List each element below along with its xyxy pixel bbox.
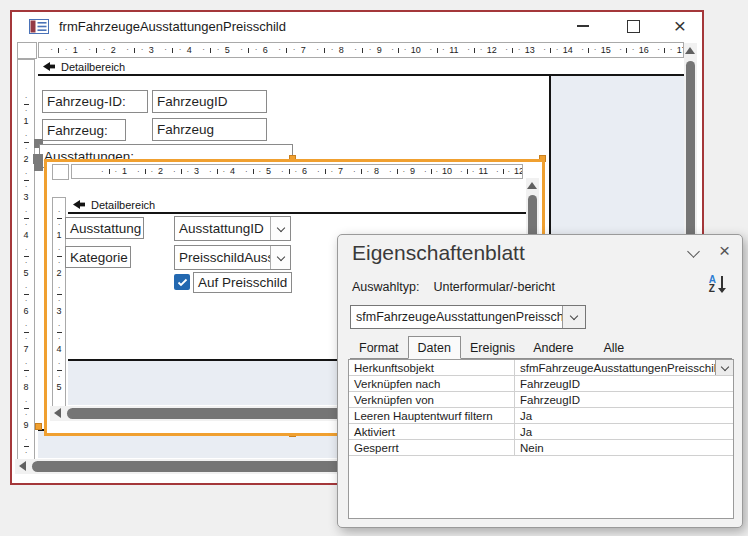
- window-title: frmFahrzeugeAusstattungenPreisschild: [59, 19, 286, 34]
- section-flag-icon: [43, 62, 55, 71]
- property-grid: Herkunftsobjekt sfmFahrzeugeAusstattunge…: [348, 359, 734, 519]
- subform-scroll-up-icon[interactable]: [527, 182, 537, 189]
- chevron-down-icon: [570, 312, 578, 320]
- property-row[interactable]: Aktiviert Ja: [349, 424, 733, 440]
- vertical-ruler: ··1··2··3··4··5··6··7··8··9··10: [17, 59, 35, 472]
- combo-ausstattungid[interactable]: AusstattungID: [174, 216, 291, 241]
- property-row[interactable]: Verknüpfen nach FahrzeugID: [349, 376, 733, 392]
- tab-daten[interactable]: Daten: [408, 336, 461, 359]
- tab-andere[interactable]: Andere: [524, 338, 582, 358]
- subform-move-handle[interactable]: [33, 154, 43, 164]
- combo-preisschild-value: PreisschildAuss: [175, 246, 270, 269]
- property-sheet-panel: Eigenschaftenblatt × Auswahltyp: Unterfo…: [337, 234, 743, 528]
- outer-section-label: Detailbereich: [61, 61, 125, 73]
- object-selector-value: sfmFahrzeugeAusstattungenPreisschild: [351, 306, 562, 328]
- label-fahrzeug[interactable]: Fahrzeug:: [42, 119, 126, 141]
- form-icon: [29, 19, 49, 34]
- ruler-corner-box: [17, 42, 37, 59]
- property-row[interactable]: Herkunftsobjekt sfmFahrzeugeAusstattunge…: [349, 360, 733, 376]
- subform-section-label: Detailbereich: [91, 199, 155, 211]
- label-fahrzeug-id[interactable]: Fahrzeug-ID:: [42, 90, 148, 113]
- subform-ruler-corner-box: [52, 164, 69, 180]
- subform-vertical-ruler: ··1··2··3··4··5: [52, 197, 66, 413]
- label-auf-preisschild[interactable]: Auf Preisschild: [193, 272, 292, 293]
- subform-section-flag-icon: [73, 200, 85, 209]
- check-icon: [177, 278, 188, 287]
- subform-handle-bottom-left[interactable]: [35, 423, 42, 430]
- maximize-icon: [627, 20, 640, 33]
- subform-horizontal-ruler: ··1··2··3··4··5··6··7··8··9··10··11··12: [71, 164, 523, 179]
- textbox-fahrzeug[interactable]: Fahrzeug: [152, 118, 267, 141]
- close-icon: ×: [674, 15, 686, 36]
- sort-az-icon: AZ: [709, 275, 716, 293]
- object-selector-dropdown-button[interactable]: [562, 306, 585, 328]
- textbox-fahrzeugid[interactable]: FahrzeugID: [152, 90, 267, 113]
- property-dropdown-button[interactable]: [715, 360, 733, 375]
- scroll-left-icon[interactable]: [19, 461, 26, 471]
- label-ausstattung[interactable]: Ausstattung: [65, 217, 144, 239]
- collapse-chevron-icon[interactable]: [687, 245, 700, 258]
- maximize-button[interactable]: [618, 14, 648, 38]
- horizontal-ruler: ··1··2··3··4··5··6··7··8··9··10··11··12·…: [38, 42, 684, 58]
- property-sheet-title: Eigenschaftenblatt: [352, 241, 525, 265]
- subform-detail-section-bar[interactable]: Detailbereich: [68, 197, 526, 214]
- panel-close-icon[interactable]: ×: [719, 241, 730, 260]
- minimize-button[interactable]: [568, 14, 598, 38]
- property-row[interactable]: Verknüpfen von FahrzeugID: [349, 392, 733, 408]
- chevron-down-icon: [720, 362, 728, 370]
- chevron-down-icon: [276, 252, 284, 260]
- selection-type-value: Unterformular/-bericht: [433, 280, 555, 294]
- tab-format[interactable]: Format: [350, 338, 408, 358]
- label-kategorie[interactable]: Kategorie: [65, 246, 131, 268]
- outer-detail-section-bar[interactable]: Detailbereich: [38, 59, 684, 76]
- combo-preisschild[interactable]: PreisschildAuss: [174, 245, 291, 270]
- subform-scroll-left-icon[interactable]: [54, 408, 61, 418]
- combo-ausstattungid-value: AusstattungID: [175, 217, 270, 240]
- object-selector-combo[interactable]: sfmFahrzeugeAusstattungenPreisschild: [350, 305, 586, 329]
- combo-dropdown-button[interactable]: [270, 217, 290, 240]
- combo-dropdown-button[interactable]: [270, 246, 290, 269]
- property-row[interactable]: Gesperrt Nein: [349, 440, 733, 456]
- minimize-icon: [577, 25, 589, 27]
- window-titlebar[interactable]: frmFahrzeugeAusstattungenPreisschild: [12, 12, 702, 40]
- tab-alle[interactable]: Alle: [594, 338, 633, 358]
- sort-az-button[interactable]: AZ: [709, 275, 726, 293]
- close-button[interactable]: ×: [665, 14, 695, 38]
- selection-type-row: Auswahltyp: Unterformular/-bericht: [352, 280, 555, 294]
- scroll-up-icon[interactable]: [685, 47, 695, 54]
- property-row[interactable]: Leeren Hauptentwurf filtern Ja: [349, 408, 733, 424]
- tab-ereignis[interactable]: Ereignis: [461, 338, 524, 358]
- sort-arrow-icon: [718, 276, 726, 293]
- selection-type-label: Auswahltyp:: [352, 280, 419, 294]
- checkbox-auf-preisschild[interactable]: [174, 274, 190, 290]
- chevron-down-icon: [276, 223, 284, 231]
- property-tabs: Format Daten Ereignis Andere Alle: [350, 337, 732, 359]
